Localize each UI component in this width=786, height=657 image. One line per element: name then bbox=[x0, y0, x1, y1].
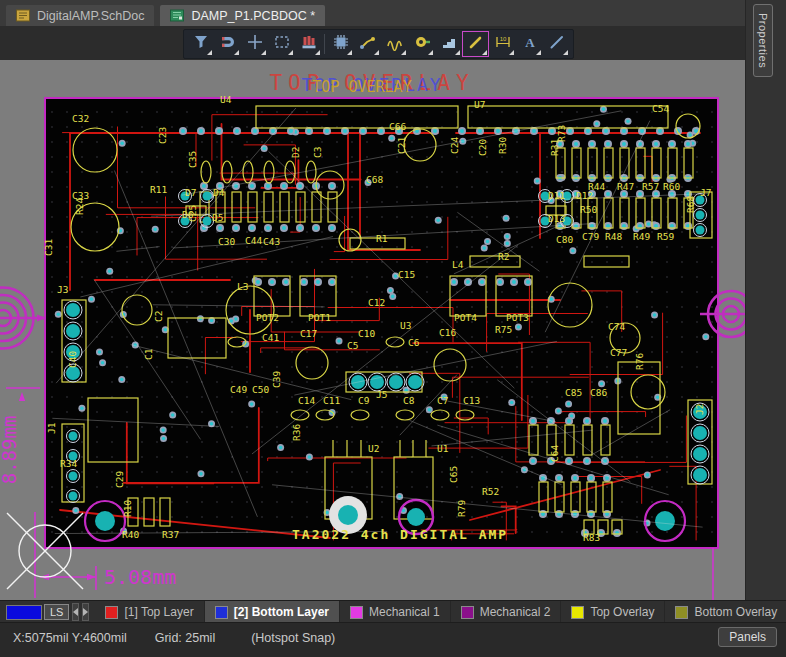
layer-tab[interactable]: [1] Top Layer bbox=[95, 601, 204, 623]
layer-set-color-swatch bbox=[6, 605, 42, 620]
line-icon bbox=[548, 33, 566, 55]
ref-designator: C29 bbox=[114, 471, 125, 488]
grid-setting: Grid: 25mil bbox=[155, 631, 215, 645]
interactive-route-button[interactable] bbox=[354, 31, 381, 57]
document-tabbar: DigitalAMP.SchDoc DAMP_P1.PCBDOC * bbox=[0, 0, 786, 27]
ref-designator: L3 bbox=[237, 281, 248, 292]
pad-stack-icon bbox=[300, 33, 318, 55]
place-text-button[interactable]: A bbox=[516, 31, 543, 57]
place-3d-body-button[interactable] bbox=[435, 31, 462, 57]
ref-designator: C77 bbox=[610, 347, 627, 358]
ref-designator: D2 bbox=[290, 147, 301, 158]
select-area-button[interactable] bbox=[268, 31, 295, 57]
ref-designator: C12 bbox=[368, 297, 385, 308]
layer-tab[interactable]: Mechanical 1 bbox=[340, 601, 451, 623]
ref-designator: J5 bbox=[376, 389, 387, 400]
toolbar-strip: 10 A bbox=[0, 26, 786, 60]
layer-tab[interactable]: Bottom Overlay bbox=[665, 601, 786, 623]
ref-designator: U3 bbox=[400, 320, 411, 331]
filter-icon bbox=[192, 33, 210, 55]
pad-stack-button[interactable] bbox=[295, 31, 322, 57]
interactive-tune-button[interactable] bbox=[381, 31, 408, 57]
ref-designator: C40 bbox=[67, 351, 78, 368]
snap-magnet-button[interactable] bbox=[214, 31, 241, 57]
ref-designator: U4 bbox=[220, 94, 232, 105]
ref-designator: C23 bbox=[157, 127, 168, 144]
place-track-button[interactable] bbox=[462, 31, 489, 57]
ref-designator: R44 bbox=[588, 181, 605, 192]
ref-designator: L4 bbox=[452, 259, 464, 270]
pcb-editor-canvas[interactable]: TOP OVERLAYTOP OVERLAYTOP OVERLAYC32U4C2… bbox=[0, 60, 745, 600]
ref-designator: C13 bbox=[463, 395, 480, 406]
ref-designator: R79 bbox=[456, 500, 467, 517]
component-icon bbox=[332, 33, 350, 55]
ref-designator: C44 bbox=[245, 235, 262, 246]
ref-designator: R24 bbox=[74, 198, 85, 215]
layer-tab[interactable]: Mechanical 2 bbox=[451, 601, 562, 623]
scroll-layers-right-button[interactable] bbox=[82, 603, 89, 621]
via-icon bbox=[413, 33, 431, 55]
ref-designator: R40 bbox=[122, 529, 139, 540]
ref-designator: C8 bbox=[403, 395, 415, 406]
place-component-button[interactable] bbox=[327, 31, 354, 57]
altium-pcb-editor-window: DigitalAMP.SchDoc DAMP_P1.PCBDOC * 10 A bbox=[0, 0, 786, 657]
ref-designator: U1 bbox=[437, 443, 449, 454]
tune-icon bbox=[386, 33, 404, 55]
ref-designator: C21 bbox=[396, 137, 407, 154]
right-panel-strip: Properties bbox=[745, 0, 786, 600]
ref-designator: C5 bbox=[347, 340, 358, 351]
ref-designator: R49 bbox=[633, 231, 650, 242]
tab-digitalamp-schdoc[interactable]: DigitalAMP.SchDoc bbox=[6, 5, 154, 26]
ref-designator: R60 bbox=[663, 181, 680, 192]
ref-designator: R75 bbox=[495, 324, 512, 335]
ref-designator: J2 bbox=[694, 404, 705, 415]
layer-tab[interactable]: Top Overlay bbox=[561, 601, 665, 623]
ref-designator: R73 bbox=[556, 125, 567, 142]
ref-designator: D7 bbox=[185, 187, 196, 198]
ref-designator: C11 bbox=[323, 395, 340, 406]
ref-designator: C65 bbox=[448, 466, 459, 483]
ref-designator: J1 bbox=[46, 422, 57, 434]
properties-panel-tab[interactable]: Properties bbox=[753, 4, 773, 77]
ref-designator: C9 bbox=[358, 395, 370, 406]
place-via-button[interactable] bbox=[408, 31, 435, 57]
ref-designator: R83 bbox=[583, 532, 600, 543]
ref-designator: C3 bbox=[312, 147, 323, 158]
filter-tool-button[interactable] bbox=[187, 31, 214, 57]
layer-set-label: LS bbox=[44, 604, 69, 620]
jump-crosshair-button[interactable] bbox=[241, 31, 268, 57]
ref-designator: R48 bbox=[605, 231, 622, 242]
ref-designator: U7 bbox=[474, 99, 485, 110]
ref-designator: D5 bbox=[212, 212, 223, 223]
pcb-drawing: TOP OVERLAYTOP OVERLAYTOP OVERLAYC32U4C2… bbox=[0, 60, 745, 600]
dimension-horizontal-label: 5.08mm bbox=[104, 565, 176, 589]
place-line-button[interactable] bbox=[543, 31, 570, 57]
ref-designator: C85 bbox=[565, 387, 582, 398]
layer-color-swatch bbox=[105, 606, 118, 619]
dimension-icon: 10 bbox=[494, 33, 512, 55]
fiducial-target-icon bbox=[0, 288, 46, 349]
layer-tab-label: [2] Bottom Layer bbox=[234, 605, 329, 619]
ref-designator: R68 bbox=[685, 196, 696, 213]
ref-designator: C30 bbox=[218, 236, 235, 247]
layer-tab[interactable]: [2] Bottom Layer bbox=[205, 601, 340, 623]
layer-stack-title: TOP OVERLAY bbox=[312, 78, 411, 96]
ref-designator: C64 bbox=[549, 445, 560, 462]
ref-designator: R59 bbox=[657, 231, 674, 242]
ref-designator: C2 bbox=[153, 311, 164, 322]
panels-button[interactable]: Panels bbox=[718, 627, 777, 647]
ref-designator: C43 bbox=[263, 236, 280, 247]
ref-designator: C7 bbox=[437, 395, 448, 406]
ref-designator: R50 bbox=[580, 204, 597, 215]
scroll-layers-left-button[interactable] bbox=[72, 603, 79, 621]
tab-damp-p1-pcbdoc[interactable]: DAMP_P1.PCBDOC * bbox=[160, 5, 325, 26]
arrow-left-icon bbox=[73, 608, 78, 616]
layer-tab-label: Mechanical 2 bbox=[480, 605, 551, 619]
toolbar-separator bbox=[324, 34, 325, 54]
step-icon bbox=[440, 33, 458, 55]
ref-designator: POT4 bbox=[454, 312, 477, 323]
arrow-right-icon bbox=[83, 608, 88, 616]
place-dimension-button[interactable]: 10 bbox=[489, 31, 516, 57]
ref-designator: R30 bbox=[497, 137, 508, 154]
layer-set-button[interactable]: LS bbox=[6, 604, 69, 620]
